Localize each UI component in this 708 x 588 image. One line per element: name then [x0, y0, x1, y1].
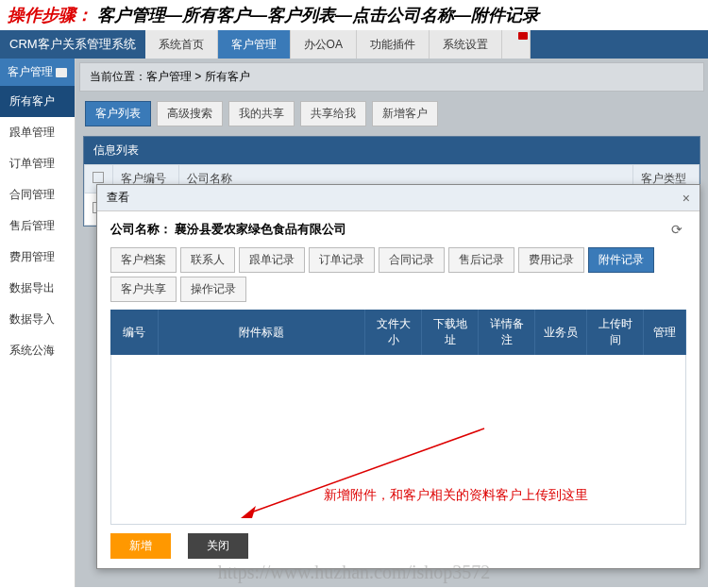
top-bar: CRM客户关系管理系统 系统首页 客户管理 办公OA 功能插件 系统设置 [0, 30, 708, 59]
nav-tab-notification[interactable] [502, 30, 531, 59]
annotation-text: 新增附件，和客户相关的资料客户上传到这里 [324, 487, 588, 504]
nav-tab-system[interactable]: 系统设置 [430, 30, 502, 59]
refresh-icon[interactable]: ⟳ [671, 222, 686, 237]
tab-followup[interactable]: 跟单记录 [239, 247, 305, 273]
close-button[interactable]: 关闭 [188, 533, 248, 559]
ath-owner: 业务员 [535, 310, 587, 355]
sidebar-item-all-customers[interactable]: 所有客户 [0, 86, 75, 117]
sidebar-item-pool[interactable]: 系统公海 [0, 335, 75, 366]
modal-body: 公司名称： 襄汾县爱农家绿色食品有限公司 ⟳ 客户档案 联系人 跟单记录 订单记… [97, 211, 700, 570]
modal-title-text: 查看 [107, 190, 129, 206]
instruction-banner: 操作步骤： 客户管理—所有客户—客户列表—点击公司名称—附件记录 [0, 0, 708, 30]
company-row: 公司名称： 襄汾县爱农家绿色食品有限公司 ⟳ [110, 221, 686, 238]
modal-titlebar: 查看 × [97, 185, 700, 211]
tab-profile[interactable]: 客户档案 [110, 247, 177, 273]
tab-aftersale[interactable]: 售后记录 [448, 247, 514, 273]
sidebar-item-contract[interactable]: 合同管理 [0, 179, 75, 210]
modal-footer: 新增 关闭 [110, 533, 248, 559]
instruction-label: 操作步骤： [8, 6, 93, 25]
ath-size: 文件大小 [365, 310, 422, 355]
toolbar-btn-search[interactable]: 高级搜索 [157, 101, 223, 126]
sidebar-item-import[interactable]: 数据导入 [0, 304, 75, 335]
breadcrumb: 当前位置：客户管理 > 所有客户 [79, 62, 704, 92]
toolbar-btn-shared[interactable]: 共享给我 [300, 101, 366, 126]
nav-tab-oa[interactable]: 办公OA [291, 30, 357, 59]
toolbar-btn-myshare[interactable]: 我的共享 [228, 101, 295, 126]
ath-time: 上传时间 [587, 310, 644, 355]
nav-tab-customer[interactable]: 客户管理 [218, 30, 291, 59]
sidebar-item-aftersale[interactable]: 售后管理 [0, 210, 75, 242]
sidebar-item-expense[interactable]: 费用管理 [0, 242, 75, 273]
company-name: 襄汾县爱农家绿色食品有限公司 [175, 222, 346, 236]
ath-title: 附件标题 [158, 310, 365, 355]
toolbar: 客户列表 高级搜索 我的共享 共享给我 新增客户 [76, 95, 708, 132]
modal-tabs: 客户档案 联系人 跟单记录 订单记录 合同记录 售后记录 费用记录 附件记录 客… [110, 247, 686, 302]
company-label: 公司名称： [110, 222, 172, 236]
sidebar-header: 客户管理 [0, 59, 75, 86]
tab-share[interactable]: 客户共享 [110, 277, 177, 302]
sidebar-title: 客户管理 [8, 64, 53, 80]
sidebar: 客户管理 所有客户 跟单管理 订单管理 合同管理 售后管理 费用管理 数据导出 … [0, 59, 76, 587]
nav-tab-home[interactable]: 系统首页 [145, 30, 218, 59]
nav-tab-plugin[interactable]: 功能插件 [357, 30, 430, 59]
attachment-table: 编号 附件标题 文件大小 下载地址 详情备注 业务员 上传时间 管理 [110, 310, 686, 355]
sidebar-item-export[interactable]: 数据导出 [0, 273, 75, 304]
sidebar-item-followup[interactable]: 跟单管理 [0, 117, 75, 148]
checkbox-all[interactable] [93, 172, 104, 183]
tab-log[interactable]: 操作记录 [180, 277, 246, 302]
tab-attachment[interactable]: 附件记录 [588, 247, 654, 273]
close-icon[interactable]: × [683, 191, 690, 206]
instruction-text: 客户管理—所有客户—客户列表—点击公司名称—附件记录 [97, 6, 539, 25]
tab-expense[interactable]: 费用记录 [518, 247, 584, 273]
brand-title: CRM客户关系管理系统 [0, 36, 145, 53]
ath-note: 详情备注 [479, 310, 535, 355]
ath-action: 管理 [644, 310, 686, 355]
panel-title: 信息列表 [84, 137, 700, 164]
add-button[interactable]: 新增 [110, 533, 171, 559]
modal-dialog: 查看 × 公司名称： 襄汾县爱农家绿色食品有限公司 ⟳ 客户档案 联系人 跟单记… [96, 184, 700, 569]
toolbar-btn-list[interactable]: 客户列表 [85, 101, 151, 126]
toolbar-btn-add[interactable]: 新增客户 [372, 101, 438, 126]
tab-contract[interactable]: 合同记录 [379, 247, 445, 273]
tab-order[interactable]: 订单记录 [309, 247, 375, 273]
ath-url: 下载地址 [422, 310, 479, 355]
folder-icon [56, 68, 67, 77]
notification-badge-icon [518, 32, 528, 40]
top-nav: 系统首页 客户管理 办公OA 功能插件 系统设置 [145, 30, 531, 59]
tab-contact[interactable]: 联系人 [180, 247, 235, 273]
sidebar-item-order[interactable]: 订单管理 [0, 148, 75, 179]
ath-no: 编号 [110, 310, 158, 355]
